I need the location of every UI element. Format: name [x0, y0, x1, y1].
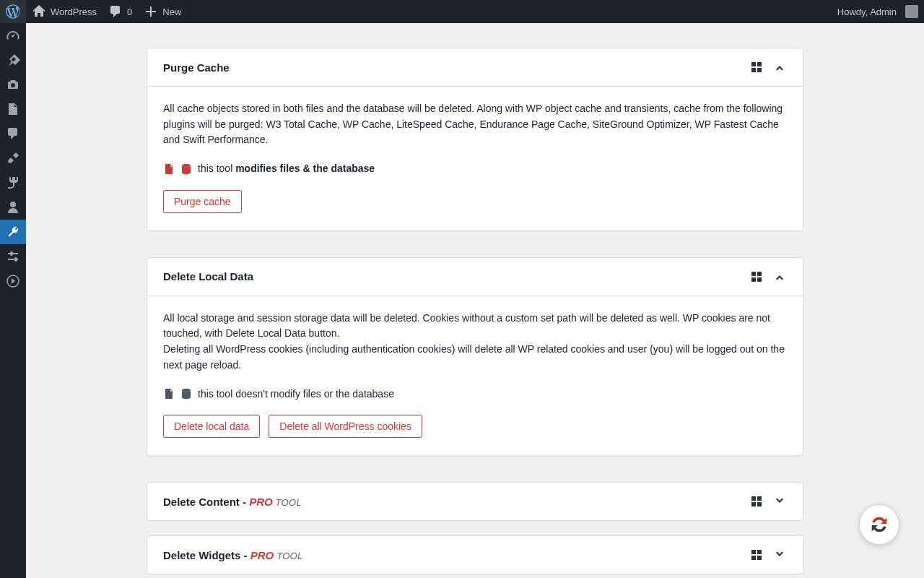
database-icon: [180, 388, 192, 400]
avatar-icon: [905, 5, 918, 18]
sidebar-item-plugins[interactable]: [0, 171, 26, 195]
refresh-icon: [868, 514, 890, 535]
sidebar-item-posts[interactable]: [0, 48, 26, 72]
sidebar-item-collapse[interactable]: [0, 269, 26, 293]
sidebar-item-pages[interactable]: [0, 97, 26, 121]
comment-icon: [108, 4, 123, 19]
plus-icon: [144, 4, 158, 19]
grid-icon: [749, 269, 764, 284]
svg-rect-2: [757, 62, 762, 66]
site-name-text: WordPress: [51, 7, 97, 17]
panel-purge-cache: Purge Cache All cache objects stored in …: [147, 48, 803, 231]
svg-rect-13: [751, 502, 756, 506]
svg-point-10: [182, 389, 191, 392]
chevron-up-icon: [772, 60, 787, 74]
new-label: New: [162, 7, 181, 17]
panel-expand-handle[interactable]: [772, 548, 787, 562]
panel-grid-handle[interactable]: [749, 494, 764, 509]
sidebar-item-appearance[interactable]: [0, 146, 26, 171]
collapse-icon: [6, 274, 20, 288]
svg-rect-14: [757, 502, 762, 506]
sidebar-item-tools[interactable]: [0, 220, 26, 244]
svg-rect-17: [751, 556, 756, 560]
new-content-link[interactable]: New: [138, 0, 187, 23]
pro-badge: PRO: [250, 549, 274, 561]
modifies-indicator: this tool doesn't modify files or the da…: [163, 387, 787, 402]
delete-wp-cookies-button[interactable]: Delete all WordPress cookies: [269, 415, 422, 438]
plug-icon: [6, 176, 20, 190]
content-area: Purge Cache All cache objects stored in …: [26, 23, 924, 578]
database-icon: [180, 163, 192, 175]
wp-logo-menu[interactable]: [0, 0, 26, 23]
panel-header: Delete Local Data: [147, 258, 803, 296]
sidebar-item-settings[interactable]: [0, 244, 26, 269]
panel-grid-handle[interactable]: [749, 60, 764, 74]
panel-title: Purge Cache: [163, 61, 230, 74]
chevron-up-icon: [772, 269, 787, 284]
panel-title: Delete Widgets - PRO tool: [163, 549, 303, 561]
svg-rect-3: [751, 68, 756, 72]
panel-header: Delete Content - PRO tool: [147, 483, 803, 520]
panel-delete-local-data: Delete Local Data All local storage and …: [147, 257, 803, 456]
panel-grid-handle[interactable]: [749, 269, 764, 284]
grid-icon: [749, 60, 764, 74]
sliders-icon: [6, 249, 20, 264]
panel-expand-handle[interactable]: [772, 494, 787, 509]
panel-body-text-2: Deleting all WordPress cookies (includin…: [163, 342, 787, 373]
svg-rect-9: [757, 277, 762, 282]
floating-refresh-button[interactable]: [859, 504, 899, 545]
panel-title: Delete Local Data: [163, 270, 253, 282]
purge-cache-button[interactable]: Purge cache: [163, 190, 242, 213]
grid-icon: [749, 494, 764, 509]
svg-rect-4: [757, 68, 762, 72]
svg-rect-12: [757, 496, 762, 501]
svg-rect-18: [757, 556, 762, 560]
brush-icon: [6, 151, 20, 165]
panel-collapse-handle[interactable]: [772, 60, 787, 74]
grid-icon: [749, 548, 764, 562]
user-icon: [6, 200, 20, 215]
comments-count: 0: [127, 7, 132, 17]
comments-link[interactable]: 0: [103, 0, 138, 23]
svg-rect-8: [751, 277, 756, 282]
greeting-text: Howdy, Admin: [837, 7, 897, 17]
sidebar-item-users[interactable]: [0, 195, 26, 220]
svg-rect-7: [757, 272, 762, 276]
panel-body-text: All local storage and session storage da…: [163, 311, 787, 342]
delete-local-data-button[interactable]: Delete local data: [163, 415, 260, 438]
svg-rect-15: [751, 550, 756, 554]
media-icon: [6, 77, 20, 92]
site-name-link[interactable]: WordPress: [26, 0, 103, 23]
chevron-down-icon: [772, 494, 787, 509]
svg-point-5: [182, 164, 191, 167]
panel-body-text: All cache objects stored in both files a…: [163, 101, 787, 148]
svg-rect-16: [757, 550, 762, 554]
modifies-indicator: this tool modifies files & the database: [163, 161, 787, 177]
modifies-text: this tool modifies files & the database: [198, 161, 375, 177]
page-icon: [6, 102, 20, 116]
file-icon: [163, 163, 175, 175]
sidebar-item-comments[interactable]: [0, 121, 26, 146]
panel-delete-content: Delete Content - PRO tool: [147, 482, 803, 521]
svg-rect-1: [751, 62, 756, 66]
panel-header: Purge Cache: [147, 48, 803, 87]
sidebar-item-media[interactable]: [0, 72, 26, 97]
admin-bar: WordPress 0 New Howdy, Admin: [0, 0, 924, 23]
account-link[interactable]: Howdy, Admin: [832, 0, 924, 23]
panel-header: Delete Widgets - PRO tool: [147, 536, 803, 574]
pro-badge: PRO: [249, 496, 273, 508]
admin-sidebar: [0, 23, 26, 578]
svg-rect-11: [751, 496, 756, 501]
sidebar-item-dashboard[interactable]: [0, 23, 26, 48]
panel-collapse-handle[interactable]: [772, 269, 787, 284]
chevron-down-icon: [772, 548, 787, 562]
file-icon: [163, 388, 175, 400]
panel-delete-widgets: Delete Widgets - PRO tool: [147, 535, 803, 574]
svg-rect-6: [751, 272, 756, 276]
wrench-icon: [6, 225, 20, 239]
pin-icon: [6, 53, 20, 67]
panel-grid-handle[interactable]: [749, 548, 764, 562]
panel-title: Delete Content - PRO tool: [163, 496, 302, 508]
home-icon: [32, 4, 46, 19]
comment-icon: [6, 126, 20, 141]
